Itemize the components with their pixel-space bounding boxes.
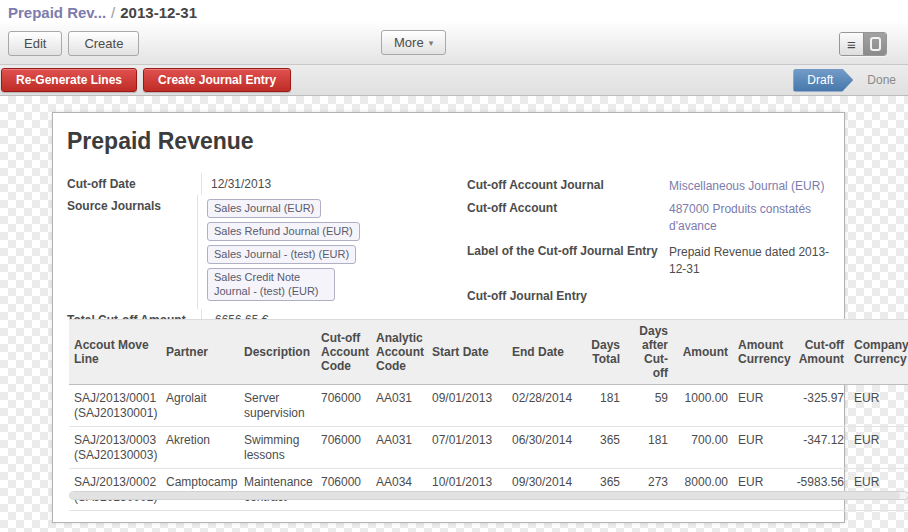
cutoff-journal-entry-row: Cut-off Journal Entry — [467, 286, 845, 306]
journal-tag: Sales Journal (EUR) — [207, 199, 321, 218]
form-right-group: Cut-off Account Journal Miscellaneous Jo… — [467, 175, 845, 306]
cutoff-journal-entry-label: Cut-off Journal Entry — [467, 286, 669, 306]
cell-days-total: 365 — [585, 427, 625, 469]
source-journals-label: Source Journals — [67, 195, 197, 309]
cutoff-account-journal-row: Cut-off Account Journal Miscellaneous Jo… — [467, 175, 845, 198]
create-button[interactable]: Create — [68, 31, 139, 56]
cell-cutoff-amount: -5983.56 — [791, 469, 849, 511]
cutoff-journal-entry-value — [669, 286, 845, 306]
create-journal-entry-button[interactable]: Create Journal Entry — [143, 68, 291, 92]
action-status-bar: Re-Generate Lines Create Journal Entry D… — [0, 65, 908, 96]
column-header-account-move-line[interactable]: Accout Move Line — [69, 320, 161, 385]
column-header-amount[interactable]: Amount — [673, 320, 733, 385]
page-title: Prepaid Revenue — [67, 128, 254, 155]
form-view-button[interactable] — [863, 33, 886, 55]
table-header-row: Accout Move Line Partner Description Cut… — [69, 320, 908, 385]
journal-tag: Sales Journal - (test) (EUR) — [207, 245, 356, 264]
cell-amount-currency: EUR — [733, 469, 791, 511]
cell-days-after-cutoff: 181 — [625, 427, 673, 469]
cell-account-code: 706000 — [316, 469, 371, 511]
cell-account-code: 706000 — [316, 427, 371, 469]
cutoff-account-row: Cut-off Account 487000 Produits constaté… — [467, 198, 845, 238]
cutoff-account-journal-link[interactable]: Miscellaneous Journal (EUR) — [669, 175, 845, 198]
status-draft-badge: Draft — [793, 69, 853, 92]
cell-partner: Akretion — [161, 427, 239, 469]
breadcrumb: Prepaid Rev... / 2013-12-31 — [0, 0, 908, 23]
table-row[interactable]: SAJ/2013/0002 (SAJ20130002) Camptocamp M… — [69, 469, 908, 511]
column-header-analytic-account-code[interactable]: Analytic Account Code — [371, 320, 427, 385]
cell-end-date: 06/30/2014 — [507, 427, 585, 469]
column-header-start-date[interactable]: Start Date — [427, 320, 507, 385]
more-button[interactable]: More▾ — [381, 30, 446, 55]
cell-partner: Agrolait — [161, 385, 239, 427]
statusbar: Draft Done — [793, 69, 896, 92]
cell-company-currency: EUR — [849, 469, 908, 511]
cell-start-date: 07/01/2013 — [427, 427, 507, 469]
journal-entry-label-label: Label of the Cut-off Journal Entry — [467, 241, 669, 281]
list-view-icon: ≡ — [847, 37, 856, 52]
cell-cutoff-amount: -347.12 — [791, 427, 849, 469]
column-header-cutoff-account-code[interactable]: Cut-off Account Code — [316, 320, 371, 385]
breadcrumb-separator: / — [111, 4, 115, 21]
cell-end-date: 02/28/2014 — [507, 385, 585, 427]
cutoff-account-link[interactable]: 487000 Produits constatés d'avance — [669, 198, 845, 238]
column-header-partner[interactable]: Partner — [161, 320, 239, 385]
cell-days-after-cutoff: 273 — [625, 469, 673, 511]
breadcrumb-current: 2013-12-31 — [120, 4, 197, 21]
cell-analytic-code: AA031 — [371, 427, 427, 469]
journal-entry-label-value: Prepaid Revenue dated 2013-12-31 — [669, 241, 845, 281]
horizontal-scrollbar[interactable] — [69, 491, 908, 500]
edit-button[interactable]: Edit — [8, 31, 62, 56]
source-journals-tags: Sales Journal (EUR)Sales Refund Journal … — [207, 199, 459, 305]
cell-days-total: 365 — [585, 469, 625, 511]
cutoff-lines-table: Accout Move Line Partner Description Cut… — [69, 319, 908, 511]
cell-description: Swimming lessons — [239, 427, 316, 469]
cutoff-date-row: Cut-off Date 12/31/2013 — [67, 173, 459, 195]
column-header-cutoff-amount[interactable]: Cut-off Amount — [791, 320, 849, 385]
cell-amount: 8000.00 — [673, 469, 733, 511]
column-header-days-after-cutoff[interactable]: Days after Cut-off — [625, 320, 673, 385]
form-left-group: Cut-off Date 12/31/2013 Source Journals … — [67, 173, 459, 331]
column-header-end-date[interactable]: End Date — [507, 320, 585, 385]
journal-tag: Sales Credit Note Journal - (test) (EUR) — [207, 268, 335, 301]
scrollbar-thumb[interactable] — [70, 492, 900, 499]
journal-tag: Sales Refund Journal (EUR) — [207, 222, 360, 241]
column-header-amount-currency[interactable]: Amount Currency — [733, 320, 791, 385]
cell-amount-currency: EUR — [733, 385, 791, 427]
cell-analytic-code: AA034 — [371, 469, 427, 511]
list-view-button[interactable]: ≡ — [840, 33, 863, 55]
column-header-company-currency[interactable]: Company Currency — [849, 320, 908, 385]
cutoff-account-label: Cut-off Account — [467, 198, 669, 238]
cell-description: Server supervision — [239, 385, 316, 427]
top-chrome: Prepaid Rev... / 2013-12-31 Edit Create … — [0, 0, 908, 96]
form-toolbar: Edit Create More▾ ≡ — [0, 23, 908, 65]
form-view-icon — [870, 37, 881, 51]
cell-account-code: 706000 — [316, 385, 371, 427]
table-row[interactable]: SAJ/2013/0001 (SAJ20130001) Agrolait Ser… — [69, 385, 908, 427]
cell-move-line: SAJ/2013/0003 (SAJ20130003) — [69, 427, 161, 469]
cell-move-line: SAJ/2013/0001 (SAJ20130001) — [69, 385, 161, 427]
more-button-label: More — [394, 35, 424, 50]
cell-end-date: 09/30/2014 — [507, 469, 585, 511]
breadcrumb-parent-link[interactable]: Prepaid Rev... — [8, 4, 106, 21]
cell-company-currency: EUR — [849, 385, 908, 427]
view-switcher: ≡ — [839, 32, 887, 56]
cell-partner: Camptocamp — [161, 469, 239, 511]
source-journals-row: Source Journals Sales Journal (EUR)Sales… — [67, 195, 459, 309]
cell-amount: 1000.00 — [673, 385, 733, 427]
cell-company-currency: EUR — [849, 427, 908, 469]
journal-entry-label-row: Label of the Cut-off Journal Entry Prepa… — [467, 241, 845, 281]
column-header-days-total[interactable]: Days Total — [585, 320, 625, 385]
cell-amount: 700.00 — [673, 427, 733, 469]
cell-analytic-code: AA031 — [371, 385, 427, 427]
status-done-label: Done — [867, 73, 896, 87]
cutoff-date-value: 12/31/2013 — [201, 173, 459, 195]
table-row[interactable]: SAJ/2013/0003 (SAJ20130003) Akretion Swi… — [69, 427, 908, 469]
regenerate-lines-button[interactable]: Re-Generate Lines — [1, 68, 137, 92]
caret-down-icon: ▾ — [429, 38, 434, 48]
cutoff-account-journal-label: Cut-off Account Journal — [467, 175, 669, 198]
column-header-description[interactable]: Description — [239, 320, 316, 385]
cell-description: Maintenance contract — [239, 469, 316, 511]
cell-move-line: SAJ/2013/0002 (SAJ20130002) — [69, 469, 161, 511]
cell-cutoff-amount: -325.97 — [791, 385, 849, 427]
